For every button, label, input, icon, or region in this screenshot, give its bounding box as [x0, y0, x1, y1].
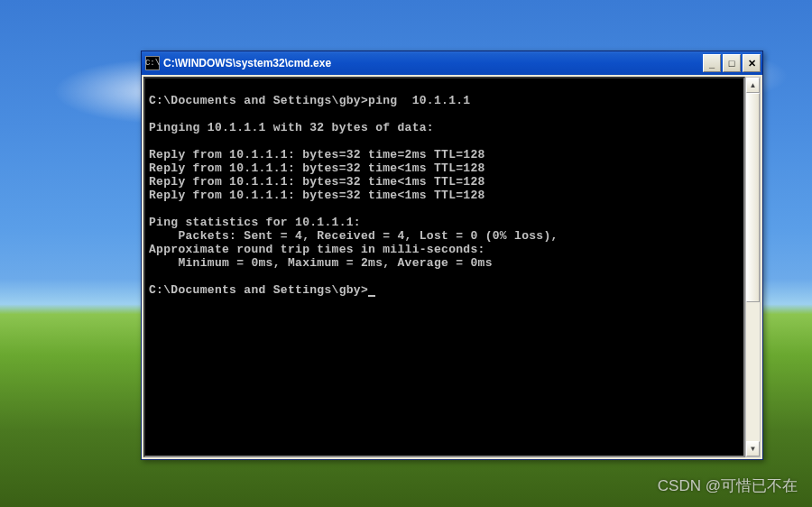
scroll-up-button[interactable]: ▲ — [746, 78, 760, 93]
cmd-icon: C:\ — [145, 56, 160, 70]
console-output[interactable]: C:\Documents and Settings\gby>ping 10.1.… — [143, 77, 745, 457]
close-button[interactable]: ✕ — [743, 54, 761, 72]
scroll-thumb[interactable] — [746, 93, 760, 302]
watermark-text: CSDN @可惜已不在 — [658, 475, 798, 496]
cmd-window[interactable]: C:\ C:\WINDOWS\system32\cmd.exe _ □ ✕ C:… — [141, 51, 763, 460]
scroll-track[interactable] — [746, 93, 760, 441]
scroll-down-button[interactable]: ▼ — [746, 441, 760, 456]
vertical-scrollbar[interactable]: ▲ ▼ — [745, 77, 761, 457]
desktop-background: C:\ C:\WINDOWS\system32\cmd.exe _ □ ✕ C:… — [0, 0, 812, 507]
window-controls: _ □ ✕ — [703, 54, 761, 72]
window-titlebar[interactable]: C:\ C:\WINDOWS\system32\cmd.exe _ □ ✕ — [142, 51, 762, 75]
text-cursor — [368, 285, 375, 297]
minimize-button[interactable]: _ — [703, 54, 721, 72]
window-title: C:\WINDOWS\system32\cmd.exe — [163, 57, 703, 69]
console-container: C:\Documents and Settings\gby>ping 10.1.… — [142, 75, 762, 459]
maximize-button[interactable]: □ — [723, 54, 741, 72]
